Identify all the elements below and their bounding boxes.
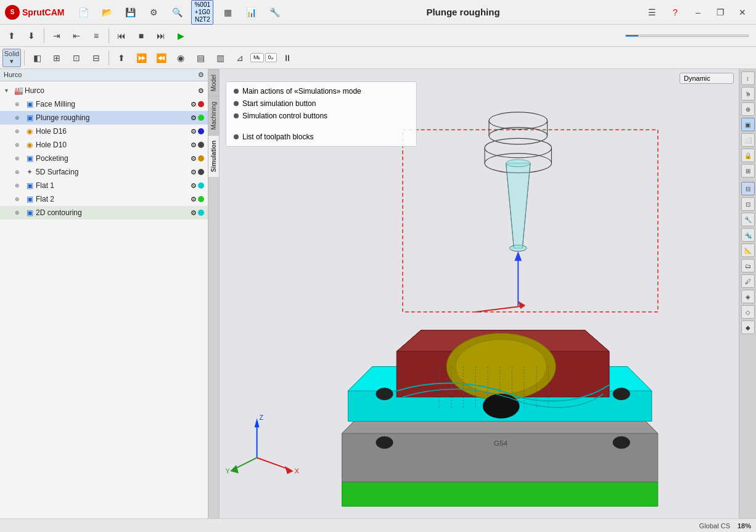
- root-action-btn[interactable]: ⚙: [198, 87, 204, 95]
- settings-button[interactable]: ⚙: [144, 3, 163, 22]
- list-expand-button[interactable]: ≡: [87, 27, 105, 45]
- view-tool-14[interactable]: 🖊: [741, 274, 755, 288]
- tree-item-2d-contouring[interactable]: ⊕ ▣ 2D contouring ⚙: [0, 206, 208, 219]
- search-button[interactable]: 🔍: [168, 3, 186, 22]
- tab-simulation[interactable]: Simulation: [208, 135, 219, 177]
- view-tool-4[interactable]: ▣: [741, 118, 755, 131]
- expand-hole-d16[interactable]: ⊕: [15, 128, 23, 134]
- tree-item-5d-surfacing[interactable]: ⊕ ✦ 5D Surfacing ⚙: [0, 165, 208, 179]
- z-axis-label: Z: [260, 414, 264, 421]
- play-button[interactable]: ▶: [171, 27, 190, 45]
- view-tool-6[interactable]: 🔒: [741, 149, 755, 162]
- hamburger-menu-button[interactable]: ☰: [643, 3, 661, 22]
- toolbar-tool3[interactable]: 🔧: [265, 3, 284, 22]
- toolbar-tool1[interactable]: ▦: [218, 3, 237, 22]
- sim-btn-6[interactable]: ▥: [211, 49, 229, 67]
- panel-actions[interactable]: ⚙: [198, 71, 204, 79]
- tree-item-flat2[interactable]: ⊕ ▣ Flat 2 ⚙: [0, 192, 208, 206]
- sim-btn-2[interactable]: ⏩: [132, 49, 150, 67]
- pause-btn[interactable]: ⏸: [278, 49, 297, 67]
- tree-expand-root[interactable]: ▼: [4, 88, 12, 94]
- view-tool-8[interactable]: ⊟: [741, 182, 755, 195]
- sim-btn-5[interactable]: ▤: [191, 49, 210, 67]
- solid-view-button[interactable]: Solid ▾: [2, 49, 21, 67]
- sim-btn-4[interactable]: ◉: [171, 49, 190, 67]
- pocketing-action-btn[interactable]: ⚙: [191, 155, 197, 163]
- plunge-roughing-action-btn[interactable]: ⚙: [191, 114, 197, 122]
- tab-model[interactable]: Model: [208, 69, 219, 96]
- tree-item-face-milling[interactable]: ⊕ ▣ Face Milling ⚙: [0, 97, 208, 111]
- flat2-action-btn[interactable]: ⚙: [191, 195, 197, 203]
- tree-item-plunge-roughing[interactable]: ⊕ ▣ Plunge roughing ⚙: [0, 111, 208, 125]
- maximize-button[interactable]: ❐: [712, 4, 729, 21]
- expand-pocketing[interactable]: ⊕: [15, 155, 23, 162]
- help-button[interactable]: ?: [666, 3, 684, 22]
- hole-d10-icon: ◉: [25, 140, 35, 150]
- hole-d16-action-btn[interactable]: ⚙: [191, 128, 197, 136]
- face-milling-action-btn[interactable]: ⚙: [191, 100, 197, 108]
- view-btn-3[interactable]: ⊡: [67, 49, 86, 67]
- open-file-button[interactable]: 📂: [97, 3, 116, 22]
- toolbar-tool2[interactable]: 📊: [242, 3, 260, 22]
- view-tool-12[interactable]: 📐: [741, 243, 755, 257]
- flat1-action-btn[interactable]: ⚙: [191, 182, 197, 190]
- expand-5d-surfacing[interactable]: ⊕: [15, 169, 23, 175]
- 5d-surfacing-action-btn[interactable]: ⚙: [191, 168, 197, 176]
- window-title: Plunge roughing: [289, 7, 638, 17]
- minimize-button[interactable]: –: [689, 4, 707, 21]
- view-tool-7[interactable]: ⊞: [741, 164, 755, 178]
- stop-button[interactable]: ■: [132, 27, 150, 45]
- move-down-button[interactable]: ⬇: [22, 27, 41, 45]
- view-tool-9[interactable]: ⊡: [741, 197, 755, 211]
- ann-dot-3: [234, 113, 239, 118]
- main-area: Hurco ⚙ ▼ 🏭 Hurco ⚙ ⊕ ▣ Face Milling ⚙: [0, 69, 756, 518]
- view-tool-3[interactable]: ⊕: [741, 102, 755, 116]
- hole-d10-action-btn[interactable]: ⚙: [191, 141, 197, 149]
- flat2-label: Flat 2: [36, 195, 191, 203]
- expand-flat2[interactable]: ⊕: [15, 196, 23, 202]
- view-tool-15[interactable]: ◈: [741, 290, 755, 303]
- tab-machining[interactable]: Machining: [208, 96, 219, 135]
- hole-d16-label: Hole D16: [36, 127, 191, 136]
- expand-plunge-roughing[interactable]: ⊕: [15, 115, 23, 121]
- tree-root-item[interactable]: ▼ 🏭 Hurco ⚙: [0, 84, 208, 97]
- view-tool-10[interactable]: 🔧: [741, 213, 755, 226]
- tree-item-hole-d16[interactable]: ⊕ ◉ Hole D16 ⚙: [0, 125, 208, 138]
- tree-item-pocketing[interactable]: ⊕ ▣ Pocketing ⚙: [0, 152, 208, 165]
- 2d-contouring-status-dot: [198, 210, 204, 216]
- viewport[interactable]: Dynamic Static Orthographic Main actions…: [220, 69, 756, 518]
- ann-text-toolpath-blocks: List of toolpath blocks: [242, 133, 313, 141]
- go-last-button[interactable]: ⏭: [152, 27, 170, 45]
- view-tool-13[interactable]: 🗂: [741, 259, 755, 272]
- view-tool-11[interactable]: 🔩: [741, 228, 755, 242]
- go-first-button[interactable]: ⏮: [112, 27, 131, 45]
- view-mode-dropdown[interactable]: Dynamic Static Orthographic: [680, 73, 734, 84]
- tree-item-flat1[interactable]: ⊕ ▣ Flat 1 ⚙: [0, 179, 208, 192]
- outdent-button[interactable]: ⇤: [67, 27, 86, 45]
- view-btn-2[interactable]: ⊞: [47, 49, 66, 67]
- sim-btn-7[interactable]: ⊿: [231, 49, 249, 67]
- tree-item-hole-d10[interactable]: ⊕ ◉ Hole D10 ⚙: [0, 138, 208, 152]
- g54-label: G54: [494, 439, 508, 448]
- expand-flat1[interactable]: ⊕: [15, 182, 23, 189]
- indent-button[interactable]: ⇥: [47, 27, 66, 45]
- view-tool-16[interactable]: ◇: [741, 305, 755, 319]
- y-axis-label: Y: [225, 467, 229, 475]
- close-button[interactable]: ✕: [734, 4, 751, 21]
- view-btn-1[interactable]: ◧: [28, 49, 46, 67]
- view-btn-4[interactable]: ⊟: [87, 49, 105, 67]
- 2d-contouring-action-btn[interactable]: ⚙: [191, 209, 197, 217]
- expand-hole-d10[interactable]: ⊕: [15, 142, 23, 148]
- view-tool-17[interactable]: ◆: [741, 321, 755, 334]
- sim-btn-1[interactable]: ⬆: [112, 49, 131, 67]
- move-up-button[interactable]: ⬆: [2, 27, 21, 45]
- expand-2d-contouring[interactable]: ⊕: [15, 210, 23, 216]
- view-tool-5[interactable]: ⬜: [741, 133, 755, 147]
- view-tool-1[interactable]: ↕: [741, 72, 755, 85]
- sim-btn-3[interactable]: ⏪: [152, 49, 170, 67]
- save-file-button[interactable]: 💾: [121, 3, 139, 22]
- new-file-button[interactable]: 📄: [74, 3, 92, 22]
- expand-face-milling[interactable]: ⊕: [15, 101, 23, 107]
- view-tool-2[interactable]: 🖱: [741, 87, 755, 100]
- logo-icon: S: [5, 5, 20, 20]
